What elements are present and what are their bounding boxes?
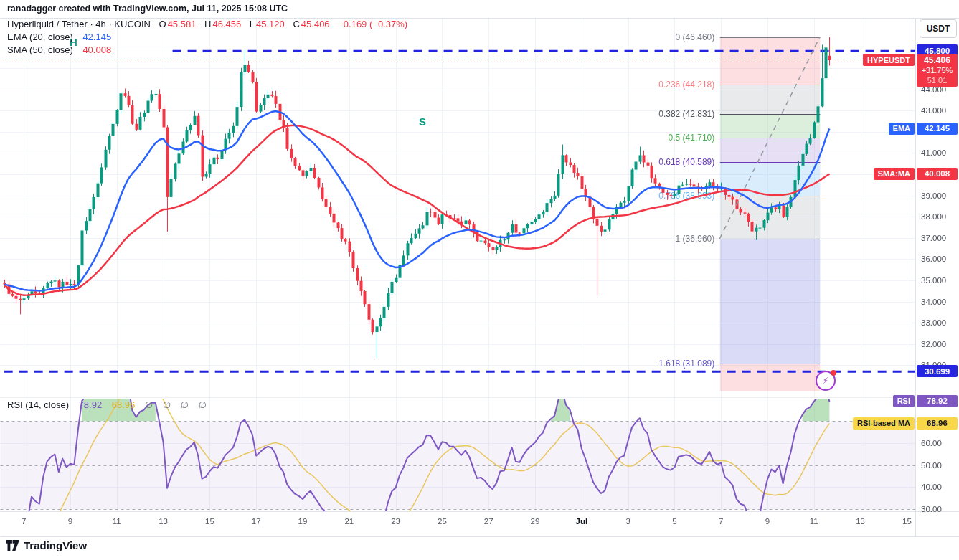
sma-label-badge[interactable]: SMA:MA <box>874 168 915 180</box>
time-axis-label-Jul: Jul <box>575 517 587 526</box>
time-axis-label-25: 25 <box>438 517 447 526</box>
time-axis-label-27: 27 <box>484 517 493 526</box>
time-axis-label-7: 7 <box>719 517 723 526</box>
rsi-label-badge[interactable]: RSI <box>893 395 915 407</box>
symbol-title[interactable]: Hyperliquid / Tether · 4h · KUCOIN <box>7 19 151 29</box>
price-axis-label-39.000: 39.000 <box>921 191 946 200</box>
open-label: O <box>159 19 166 29</box>
price-axis-label-32.000: 32.000 <box>921 340 946 348</box>
time-axis-label-21: 21 <box>344 517 354 526</box>
change-percent-value: +31.75% <box>917 65 958 75</box>
time-axis-label-13: 13 <box>856 517 865 526</box>
symbol-name-badge[interactable]: HYPEUSDT <box>863 54 915 66</box>
high-value: 46.456 <box>212 19 241 29</box>
rsi-ma-value-badge[interactable]: 68.96 <box>917 417 958 430</box>
price-axis-label-43.000: 43.000 <box>921 106 946 115</box>
time-axis-label-11: 11 <box>113 517 121 526</box>
rsi-axis-label-40.00: 40.00 <box>921 483 942 491</box>
price-axis-label-33.000: 33.000 <box>921 318 946 327</box>
close-label: C <box>293 19 299 29</box>
ema-legend-label: EMA (20, close) <box>7 32 73 42</box>
time-axis-label-3: 3 <box>625 517 630 526</box>
chart-series-canvas[interactable] <box>0 0 959 560</box>
rsi-legend-label: RSI (14, close) <box>7 399 69 410</box>
price-axis-label-41.000: 41.000 <box>921 148 946 157</box>
price-axis-label-37.000: 37.000 <box>921 234 946 242</box>
time-axis-label-15: 15 <box>902 517 912 526</box>
rsi-ma-legend-value: 68.96 <box>112 399 136 410</box>
tradingview-chart-window: ranadagger created with TradingView.com,… <box>0 0 959 560</box>
attribution-text: ranadagger created with TradingView.com,… <box>7 4 288 14</box>
time-axis-label-9: 9 <box>765 517 770 526</box>
ema-price-badge[interactable]: 42.145 <box>917 123 958 135</box>
close-value: 45.406 <box>301 19 330 29</box>
rsi-axis-label-50.00: 50.00 <box>921 461 942 470</box>
time-axis-label-23: 23 <box>391 517 400 526</box>
time-axis-label-11: 11 <box>810 517 818 526</box>
rsi-axis-label-30.00: 30.00 <box>921 505 942 513</box>
sma-legend-label: SMA (50, close) <box>7 44 73 55</box>
tradingview-logo-text: TradingView <box>24 539 87 551</box>
rsi-empty-slots: ∅ ∅ ∅ ∅ <box>145 399 210 410</box>
lower-level-price-badge[interactable]: 30.699 <box>917 365 958 377</box>
ema-label-badge[interactable]: EMA <box>889 123 915 135</box>
rsi-value-badge[interactable]: 78.92 <box>917 395 958 407</box>
time-axis-label-13: 13 <box>159 517 168 526</box>
sma-legend-value: 40.008 <box>82 44 111 55</box>
high-label: H <box>204 19 211 29</box>
currency-toggle-button[interactable]: USDT <box>920 19 957 38</box>
ema-legend-value: 42.145 <box>82 32 111 42</box>
symbol-price-badge[interactable]: 45.406 +31.75% 51:01 <box>917 54 958 87</box>
low-value: 45.120 <box>256 19 285 29</box>
bar-countdown: 51:01 <box>917 75 958 85</box>
price-axis-label-38.000: 38.000 <box>921 212 946 221</box>
tradingview-icon <box>6 540 20 551</box>
time-axis-label-19: 19 <box>298 517 308 526</box>
rsi-ma-label-badge[interactable]: RSI-based MA <box>853 417 915 430</box>
rsi-legend-row[interactable]: RSI (14, close) 78.92 68.96 ∅ ∅ ∅ ∅ <box>7 399 210 410</box>
time-axis-label-17: 17 <box>252 517 261 526</box>
symbol-legend-row[interactable]: Hyperliquid / Tether · 4h · KUCOIN O45.5… <box>7 19 407 29</box>
last-price-value: 45.406 <box>917 55 958 65</box>
rsi-axis-label-60.00: 60.00 <box>921 439 942 447</box>
price-axis-label-36.000: 36.000 <box>921 255 946 263</box>
price-axis-label-34.000: 34.000 <box>921 298 946 306</box>
time-axis-label-7: 7 <box>22 517 26 526</box>
time-axis-label-9: 9 <box>68 517 72 526</box>
sma-price-badge[interactable]: 40.008 <box>917 168 958 180</box>
time-axis-label-29: 29 <box>531 517 540 526</box>
time-axis-label-5: 5 <box>672 517 676 526</box>
change-value: −0.169 (−0.37%) <box>338 19 407 29</box>
ema-legend-row[interactable]: EMA (20, close) 42.145 <box>7 32 111 42</box>
alert-lightning-icon[interactable]: ⚡ <box>816 371 836 391</box>
alert-notification-dot <box>831 370 836 376</box>
annotation-s[interactable]: S <box>419 115 426 128</box>
open-value: 45.581 <box>168 19 197 29</box>
time-axis-label-15: 15 <box>205 517 214 526</box>
rsi-legend-value: 78.92 <box>79 399 103 410</box>
tradingview-logo[interactable]: TradingView <box>6 539 87 551</box>
low-label: L <box>250 19 255 29</box>
price-axis-label-35.000: 35.000 <box>921 276 946 285</box>
sma-legend-row[interactable]: SMA (50, close) 40.008 <box>7 44 111 55</box>
